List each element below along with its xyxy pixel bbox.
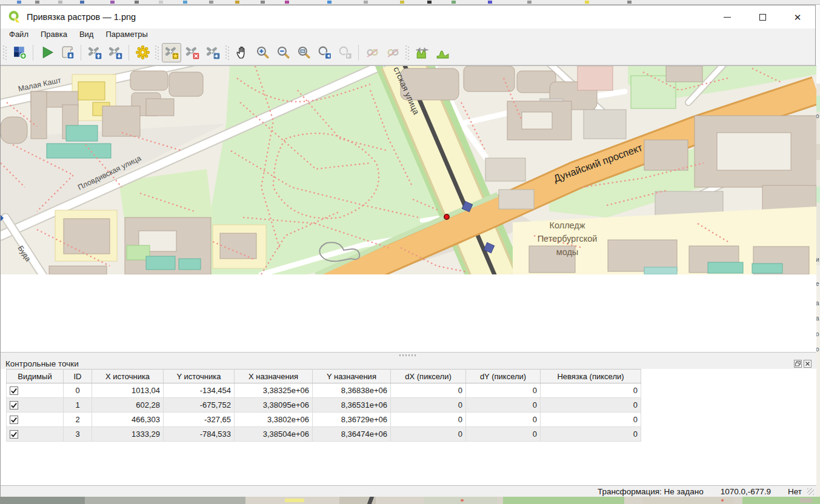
menu-edit[interactable]: Правка <box>35 29 73 39</box>
column-header[interactable]: ID <box>64 370 92 383</box>
delete-point-icon <box>185 45 200 60</box>
toolbar-grip[interactable] <box>3 45 7 60</box>
toolbar <box>1 40 815 65</box>
zoom-to-layer-button[interactable] <box>294 43 313 62</box>
georeferencer-canvas[interactable]: Малая Кашт Пловдивская улица стская улиц… <box>1 65 816 352</box>
delete-point-button[interactable] <box>182 43 202 62</box>
zoom-out-icon <box>276 45 291 60</box>
screen: оие ааоо Привязка растров — 1.png ✕ <box>0 0 820 504</box>
zoom-to-layer-icon <box>296 45 312 60</box>
pan-button[interactable] <box>232 43 252 62</box>
window-title: Привязка растров — 1.png <box>27 12 136 22</box>
gcp-cell-residual: 0 <box>541 427 641 442</box>
gcp-table-header-row: ВидимыйIDX источникаY источникаX назначе… <box>7 370 641 383</box>
background-app-bottom-sliver <box>0 497 820 504</box>
histogram-stretch-local-icon <box>435 45 450 60</box>
gcp-cell-residual: 0 <box>541 383 641 398</box>
visible-checkbox[interactable] <box>10 401 18 409</box>
maximize-button[interactable] <box>745 5 780 28</box>
menu-view[interactable]: Вид <box>73 29 100 39</box>
menu-file[interactable]: Файл <box>3 29 35 39</box>
gcp-cell-x_src: 466,303 <box>92 413 164 427</box>
gcp-cell-dy: 0 <box>466 398 541 413</box>
splitter-handle-icon <box>399 354 418 356</box>
histogram-stretch-full-button[interactable] <box>412 43 432 62</box>
zoom-in-icon <box>255 45 270 60</box>
column-header[interactable]: X источника <box>92 370 164 383</box>
gcp-cell-dx: 0 <box>391 398 466 413</box>
zoom-out-button[interactable] <box>273 43 293 62</box>
transformation-settings-icon <box>135 45 150 60</box>
status-rotation: Нет <box>788 487 802 496</box>
visible-checkbox[interactable] <box>10 416 18 424</box>
zoom-next-button <box>335 43 355 62</box>
gcp-cell-x_src: 1013,04 <box>92 383 164 398</box>
zoom-in-button[interactable] <box>253 43 272 62</box>
menu-settings[interactable]: Параметры <box>99 29 153 39</box>
gcp-cell-x_dst: 3,38504e+06 <box>235 427 313 442</box>
resize-grip[interactable] <box>807 488 814 495</box>
start-georeferencing-button[interactable] <box>37 43 56 62</box>
table-row[interactable]: 2466,303-327,653,3802e+068,36729e+06000 <box>7 413 641 427</box>
histogram-stretch-local-button[interactable] <box>433 43 452 62</box>
move-point-button[interactable] <box>203 43 222 62</box>
zoom-next-icon <box>338 45 353 60</box>
status-coordinates: 1070.0,-677.9 <box>721 487 771 496</box>
toolbar-grip[interactable] <box>405 45 409 60</box>
table-row[interactable]: 31333,29-784,5333,38504e+068,36474e+0600… <box>7 427 641 442</box>
gcp-table[interactable]: ВидимыйIDX источникаY источникаX назначе… <box>6 369 641 442</box>
save-gcp-points-button[interactable] <box>105 43 125 62</box>
column-header[interactable]: dY (пиксели) <box>466 370 541 383</box>
table-row[interactable]: 1602,28-675,7523,38095e+068,36531e+06000 <box>7 398 641 413</box>
load-gcp-points-icon <box>87 45 102 60</box>
gcp-cell-y_src: -784,533 <box>164 427 235 442</box>
background-app-right-sliver: оие ааоо <box>816 5 820 497</box>
gcp-table-body: 01013,04-134,4543,38325e+068,36838e+0600… <box>7 383 641 442</box>
add-point-icon <box>164 45 179 60</box>
column-header[interactable]: dX (пиксели) <box>391 370 466 383</box>
gcp-cell-y_dst: 8,36474e+06 <box>313 427 391 442</box>
panel-splitter[interactable] <box>1 352 816 358</box>
table-row[interactable]: 01013,04-134,4543,38325e+068,36838e+0600… <box>7 383 641 398</box>
gcp-cell-x_dst: 3,3802e+06 <box>235 413 313 427</box>
visible-checkbox[interactable] <box>10 430 18 439</box>
column-header[interactable]: X назначения <box>235 370 313 383</box>
gcp-cell-dy: 0 <box>466 383 541 398</box>
gcp-panel-title: Контрольные точки <box>5 359 79 368</box>
gcp-cell-y_src: -327,65 <box>164 413 235 427</box>
gcp-cell-residual: 0 <box>541 398 641 413</box>
open-raster-button[interactable] <box>10 43 29 62</box>
statusbar: Трансформация: Не задано 1070.0,-677.9 Н… <box>1 485 816 497</box>
panel-close-button[interactable] <box>804 360 812 368</box>
raster-map-image[interactable]: Малая Кашт Пловдивская улица стская улиц… <box>1 66 816 274</box>
toolbar-grip[interactable] <box>225 45 229 60</box>
zoom-last-button[interactable] <box>315 43 334 62</box>
visible-cell <box>7 398 64 413</box>
visible-checkbox[interactable] <box>10 386 18 395</box>
column-header[interactable]: Y источника <box>164 370 235 383</box>
panel-float-button[interactable] <box>794 360 802 368</box>
column-header[interactable]: Видимый <box>7 370 64 383</box>
load-gcp-points-button[interactable] <box>85 43 104 62</box>
gcp-cell-y_dst: 8,36531e+06 <box>313 398 391 413</box>
open-raster-icon <box>12 45 27 60</box>
close-button[interactable]: ✕ <box>780 5 815 28</box>
add-point-button[interactable] <box>162 43 181 62</box>
minimize-button[interactable] <box>710 5 745 28</box>
gcp-cell-x_src: 602,28 <box>92 398 164 413</box>
link-qgis-to-georeferencer-icon <box>385 45 401 60</box>
minimize-icon <box>724 17 731 18</box>
qgis-logo-icon <box>8 10 21 24</box>
visible-cell <box>7 427 64 442</box>
toolbar-grip[interactable] <box>155 45 159 60</box>
column-header[interactable]: Невязка (пиксели) <box>541 370 641 383</box>
svg-text:Колледж: Колледж <box>549 220 585 230</box>
pan-icon <box>235 45 250 60</box>
gdal-script-button[interactable] <box>58 43 77 62</box>
gcp-cell-id: 2 <box>64 413 92 427</box>
transformation-settings-button[interactable] <box>133 43 152 62</box>
gcp-point-marker[interactable] <box>444 214 449 219</box>
column-header[interactable]: Y назначения <box>313 370 391 383</box>
gcp-cell-id: 1 <box>64 398 92 413</box>
link-georeferencer-to-qgis-button <box>362 43 382 62</box>
